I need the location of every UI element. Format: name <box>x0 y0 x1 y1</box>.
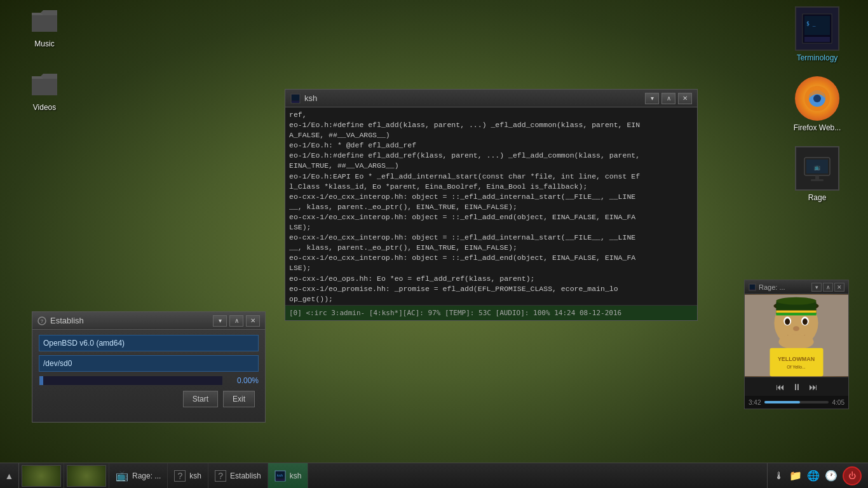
rage-next-button[interactable]: ⏭ <box>809 382 818 392</box>
rage-prev-button[interactable]: ⏮ <box>776 382 785 392</box>
terminal-status-text: [0] <:irc 3:admin- [4:ksh*][AC]: 97% [TE… <box>289 309 621 317</box>
rage-player-close-button[interactable]: ✕ <box>834 283 844 292</box>
establish-body: 0.00% Start Exit <box>32 330 265 412</box>
svg-rect-13 <box>292 95 299 100</box>
svg-rect-26 <box>776 313 816 315</box>
rage-player-maximize-button[interactable]: ∧ <box>823 283 833 292</box>
terminal-title-controls: ▾ ∧ ✕ <box>645 93 692 104</box>
establish-minimize-button[interactable]: ∧ <box>229 315 243 327</box>
terminal-title-text: ksh <box>304 93 317 103</box>
taskbar-item-establish[interactable]: ? Establish <box>208 463 268 488</box>
establish-exit-button[interactable]: Exit <box>223 391 255 407</box>
taskbar-ksh2-icon: ksh <box>275 470 286 482</box>
terminal-line-5: eo-1/Eo.h:EAPI Eo * _efl_add_internal_st… <box>289 172 693 192</box>
establish-buttons: Start Exit <box>39 391 259 407</box>
terminal-window: ksh ▾ ∧ ✕ ref, eo-1/Eo.h:#define efl_add… <box>285 89 698 321</box>
taskbar-tray-clock[interactable]: 🕐 <box>825 470 837 482</box>
desktop-icon-music[interactable]: Music <box>19 6 70 48</box>
rage-player-progress: 3:42 4:05 <box>745 396 848 409</box>
svg-text:ksh: ksh <box>277 473 283 477</box>
tv-icon-svg: 📺 <box>801 152 833 184</box>
power-icon: ⏻ <box>848 471 856 480</box>
establish-progress-row: 0.00% <box>39 376 259 386</box>
rage-player-playback-controls: ⏮ ⏸ ⏭ <box>745 377 848 396</box>
taskbar-tray-network[interactable]: 🌐 <box>807 470 820 482</box>
svg-text:$ _: $ _ <box>806 21 816 27</box>
show-desktop-icon: ▲ <box>5 471 14 481</box>
establish-os-input[interactable] <box>39 335 259 351</box>
rage-player-menu-button[interactable]: ▾ <box>811 283 822 292</box>
svg-text:?: ? <box>41 318 44 324</box>
establish-progress-fill <box>39 376 43 385</box>
firefox-icon-svg <box>801 83 833 114</box>
terminal-menu-button[interactable]: ▾ <box>645 93 659 104</box>
svg-rect-38 <box>276 479 285 481</box>
rage-player-art: YELLOWMAN Of Yello... <box>745 294 848 377</box>
terminology-icon-label: Terminology <box>797 53 838 62</box>
taskbar-item-desktop1[interactable] <box>19 463 64 488</box>
svg-point-31 <box>793 326 799 331</box>
terminal-title-left: ksh <box>290 93 317 104</box>
terminology-icon-box: $ _ <box>795 6 839 51</box>
videos-icon-label: Videos <box>33 103 56 112</box>
taskbar-item-rage[interactable]: 📺 Rage: ... <box>109 463 168 488</box>
establish-progress-label: 0.00% <box>237 376 259 385</box>
album-art-svg: YELLOWMAN Of Yello... <box>745 294 848 377</box>
taskbar-tray-files[interactable]: 📁 <box>789 470 802 482</box>
svg-point-29 <box>785 318 790 325</box>
establish-close-button[interactable]: ✕ <box>246 315 260 327</box>
terminal-minimize-button[interactable]: ∧ <box>661 93 675 104</box>
svg-rect-9 <box>815 175 819 179</box>
svg-rect-25 <box>776 310 816 313</box>
desktop-thumbnail-1 <box>22 465 61 487</box>
desktop-icon-rage[interactable]: 📺 Rage <box>785 146 849 202</box>
taskbar: ▲ 📺 Rage: ... ? ksh ? Establish <box>0 463 868 488</box>
terminal-line-7: eo-cxx-1/eo_cxx_interop.hh: object = ::_… <box>289 212 693 233</box>
establish-title-text: Establish <box>50 316 84 325</box>
taskbar-item-ksh2[interactable]: ksh ksh <box>268 463 309 488</box>
terminal-content[interactable]: ref, eo-1/Eo.h:#define efl_add(klass, pa… <box>285 107 697 305</box>
terminal-line-9: eo-cxx-1/eo_cxx_interop.hh: object = ::_… <box>289 253 693 273</box>
taskbar-show-desktop-button[interactable]: ▲ <box>0 463 19 488</box>
terminal-line-4: eo-1/Eo.h:#define efl_add_ref(klass, par… <box>289 151 693 171</box>
svg-rect-3 <box>804 37 830 42</box>
svg-rect-10 <box>811 179 824 181</box>
establish-start-button[interactable]: Start <box>183 391 218 407</box>
music-icon-label: Music <box>34 39 54 48</box>
rage-player: Rage: ... ▾ ∧ ✕ <box>744 280 849 409</box>
desktop-icon-terminology[interactable]: $ _ Terminology <box>785 6 849 62</box>
taskbar-power-button[interactable]: ⏻ <box>843 466 862 485</box>
establish-device-input[interactable] <box>39 355 259 372</box>
terminal-line-6: eo-cxx-1/eo_cxx_interop.hh: object = ::_… <box>289 192 693 212</box>
terminal-line-8: eo-cxx-1/eo_cxx_interop.hh: object = ::_… <box>289 233 693 253</box>
terminal-titlebar: ksh ▾ ∧ ✕ <box>285 90 697 107</box>
svg-point-6 <box>813 95 821 102</box>
taskbar-tray-thermometer[interactable]: 🌡 <box>774 470 784 482</box>
rage-pause-button[interactable]: ⏸ <box>792 382 801 392</box>
desktop-icon-videos[interactable]: Videos <box>19 70 70 112</box>
rage-time-current: 3:42 <box>749 399 761 406</box>
taskbar-establish-icon: ? <box>215 470 226 482</box>
svg-text:📺: 📺 <box>814 164 820 170</box>
establish-menu-button[interactable]: ▾ <box>213 315 227 327</box>
rage-progress-bar[interactable] <box>764 401 828 403</box>
album-art: YELLOWMAN Of Yello... <box>745 294 848 377</box>
terminal-title-icon <box>290 93 301 104</box>
terminal-statusbar: [0] <:irc 3:admin- [4:ksh*][AC]: 97% [TE… <box>285 305 697 320</box>
terminal-line-11: eo-cxx-1/eo_promise.hh: _promise = efl_a… <box>289 284 693 304</box>
taskbar-establish-label: Establish <box>230 471 261 480</box>
taskbar-item-ksh1[interactable]: ? ksh <box>168 463 208 488</box>
rage-player-title-left: Rage: ... <box>749 283 785 291</box>
establish-dialog: ? Establish ▾ ∧ ✕ 0.00% Start Exit <box>32 311 266 423</box>
terminal-close-button[interactable]: ✕ <box>678 93 692 104</box>
rage-progress-fill <box>764 401 799 403</box>
desktop-icon-firefox[interactable]: Firefox Web... <box>785 76 849 132</box>
firefox-icon-circle <box>795 76 839 121</box>
establish-title-icon: ? <box>37 316 46 325</box>
svg-point-24 <box>776 297 816 305</box>
svg-rect-14 <box>292 101 299 103</box>
terminal-icon-svg: $ _ <box>801 13 833 44</box>
svg-text:Of Yello...: Of Yello... <box>787 365 806 369</box>
taskbar-item-desktop2[interactable] <box>64 463 109 488</box>
rage-player-controls-btns: ▾ ∧ ✕ <box>811 283 844 292</box>
